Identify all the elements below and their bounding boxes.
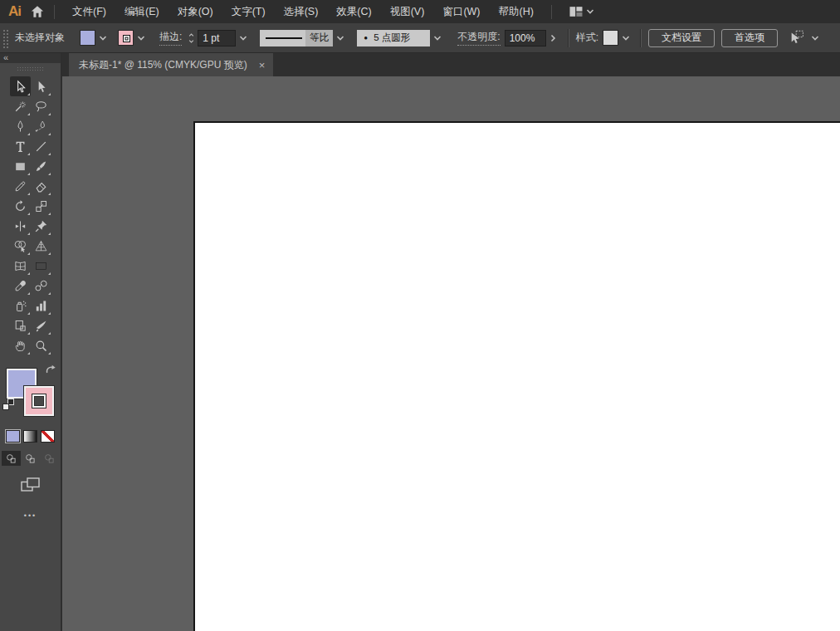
stroke-line-sample	[266, 37, 302, 39]
selection-tool[interactable]	[10, 76, 31, 96]
gradient-button[interactable]	[23, 430, 37, 443]
tools-panel-grip[interactable]	[17, 66, 45, 72]
opacity-expand-button[interactable]	[546, 30, 560, 46]
home-icon[interactable]	[29, 3, 46, 20]
menu-effect[interactable]: 效果(C)	[327, 0, 380, 23]
stroke-weight-stepper[interactable]	[187, 32, 196, 45]
draw-inside-mode	[40, 451, 59, 466]
document-tab[interactable]: 未标题-1* @ 115% (CMYK/GPU 预览) ×	[69, 53, 273, 76]
draw-behind-mode[interactable]	[21, 451, 40, 466]
separator	[568, 29, 569, 47]
menu-window[interactable]: 窗口(W)	[433, 0, 489, 23]
preferences-button[interactable]: 首选项	[721, 29, 778, 47]
type-tool[interactable]	[10, 136, 31, 156]
stroke-panel-link[interactable]: 描边:	[159, 30, 182, 46]
hand-tool[interactable]	[10, 335, 31, 355]
screen-mode-icon[interactable]	[20, 477, 42, 493]
opacity-input[interactable]: 100%	[505, 30, 546, 46]
tools-panel: •••	[0, 63, 61, 631]
width-profile-label: 等比	[305, 30, 333, 46]
document-setup-button[interactable]: 文档设置	[648, 29, 715, 47]
style-dropdown[interactable]	[618, 30, 632, 46]
fill-stroke-indicator	[0, 367, 61, 427]
style-swatch[interactable]	[603, 30, 618, 46]
canvas[interactable]	[62, 76, 840, 631]
scale-tool[interactable]	[31, 196, 51, 216]
menu-select[interactable]: 选择(S)	[275, 0, 328, 23]
stroke-weight-dropdown[interactable]	[236, 30, 250, 46]
app-logo: Ai	[8, 3, 21, 20]
stroke-style-preview[interactable]: 等比	[260, 30, 333, 46]
stepper-up-icon[interactable]	[187, 32, 196, 38]
document-area: 未标题-1* @ 115% (CMYK/GPU 预览) ×	[62, 53, 840, 631]
zoom-tool[interactable]	[31, 335, 51, 355]
tools-column: «	[0, 53, 62, 631]
separator	[54, 5, 55, 19]
lasso-tool[interactable]	[31, 96, 51, 116]
menu-file[interactable]: 文件(F)	[63, 0, 115, 23]
direct-selection-tool[interactable]	[31, 76, 51, 96]
fill-color-swatch[interactable]	[80, 30, 95, 46]
menu-type[interactable]: 文字(T)	[222, 0, 275, 23]
rectangle-tool[interactable]	[10, 156, 31, 176]
stroke-color-swatch[interactable]	[118, 30, 134, 46]
artboard-tool[interactable]	[10, 316, 31, 335]
column-graph-tool[interactable]	[31, 296, 51, 316]
rotate-tool[interactable]	[10, 196, 31, 216]
style-label: 样式:	[576, 31, 598, 45]
width-tool[interactable]	[10, 216, 31, 236]
brush-preview[interactable]: ● 5 点圆形	[357, 30, 430, 46]
document-tab-bar: 未标题-1* @ 115% (CMYK/GPU 预览) ×	[62, 53, 840, 76]
magic-wand-tool[interactable]	[10, 96, 31, 116]
stroke-style-dropdown[interactable]	[333, 30, 347, 46]
selection-status: 未选择对象	[15, 31, 65, 45]
slice-tool[interactable]	[31, 316, 51, 335]
workspace-switcher[interactable]	[567, 3, 595, 20]
eraser-tool[interactable]	[31, 176, 51, 196]
paintbrush-tool[interactable]	[31, 156, 51, 176]
menu-bar: Ai 文件(F) 编辑(E) 对象(O) 文字(T) 选择(S) 效果(C) 视…	[0, 0, 840, 23]
blend-tool[interactable]	[31, 276, 51, 296]
stroke-weight-input[interactable]: 1 pt	[198, 30, 236, 46]
fill-color-dropdown[interactable]	[95, 30, 110, 46]
close-tab-icon[interactable]: ×	[259, 60, 266, 71]
perspective-grid-tool[interactable]	[31, 236, 51, 256]
color-mode-buttons	[6, 430, 55, 443]
draw-normal-mode[interactable]	[2, 451, 21, 466]
menu-object[interactable]: 对象(O)	[168, 0, 222, 23]
illustrator-window: Ai 文件(F) 编辑(E) 对象(O) 文字(T) 选择(S) 效果(C) 视…	[0, 0, 840, 631]
brush-dropdown[interactable]	[430, 30, 444, 46]
main-area: «	[0, 53, 840, 631]
default-fill-stroke-icon[interactable]	[2, 399, 14, 410]
curvature-tool[interactable]	[31, 116, 51, 136]
artboard[interactable]	[193, 121, 840, 631]
select-similar-icon[interactable]	[788, 29, 808, 47]
stroke-color-dropdown[interactable]	[134, 30, 148, 46]
panel-grip[interactable]	[2, 28, 9, 48]
none-button[interactable]	[41, 430, 55, 443]
select-similar-dropdown[interactable]	[808, 30, 822, 46]
symbol-sprayer-tool[interactable]	[10, 296, 31, 316]
menu-edit[interactable]: 编辑(E)	[115, 0, 168, 23]
default-front-swatch	[2, 404, 9, 410]
edit-toolbar-button[interactable]: •••	[24, 511, 37, 520]
separator	[640, 29, 641, 47]
menu-help[interactable]: 帮助(H)	[490, 0, 543, 23]
color-button[interactable]	[6, 430, 20, 443]
drawing-mode-buttons	[2, 451, 59, 466]
toolbar-stroke-swatch[interactable]	[24, 386, 54, 416]
stepper-down-icon[interactable]	[187, 38, 196, 45]
mesh-tool[interactable]	[10, 256, 31, 276]
line-segment-tool[interactable]	[31, 136, 51, 156]
opacity-panel-link[interactable]: 不透明度:	[457, 30, 500, 46]
collapse-panel-button[interactable]: «	[0, 53, 61, 63]
eyedropper-tool[interactable]	[10, 276, 31, 296]
menu-view[interactable]: 视图(V)	[381, 0, 434, 23]
puppet-warp-tool[interactable]	[31, 216, 51, 236]
pen-tool[interactable]	[10, 116, 31, 136]
shape-builder-tool[interactable]	[10, 236, 31, 256]
pencil-tool[interactable]	[10, 176, 31, 196]
swap-fill-stroke-icon[interactable]	[45, 364, 56, 375]
gradient-tool[interactable]	[31, 256, 51, 276]
tool-grid	[10, 76, 51, 355]
